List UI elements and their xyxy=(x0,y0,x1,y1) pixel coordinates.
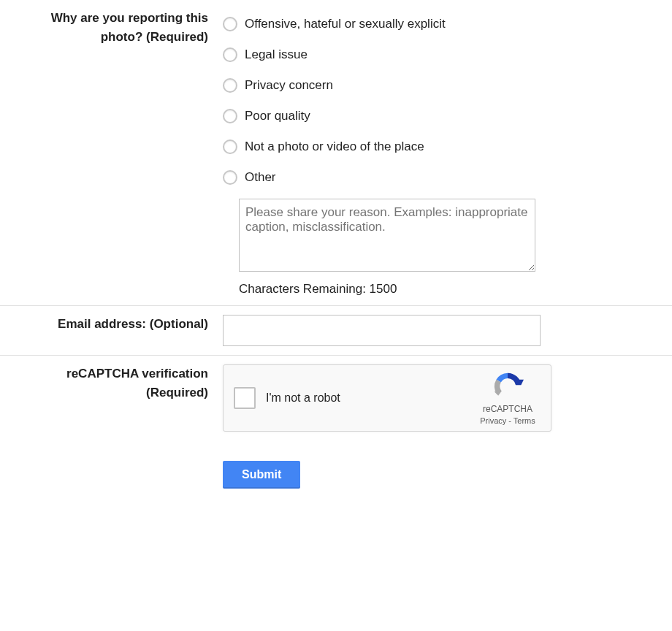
recaptcha-privacy-link[interactable]: Privacy xyxy=(480,416,506,425)
radio-other-label[interactable]: Other xyxy=(245,170,276,185)
reason-section: Why are you reporting this photo? (Requi… xyxy=(0,0,672,305)
recaptcha-label-col: reCAPTCHA verification (Required) xyxy=(0,364,223,503)
radio-row-notaphoto[interactable]: Not a photo or video of the place xyxy=(223,131,643,162)
submit-row: Submit xyxy=(223,432,643,503)
radio-notaphoto[interactable] xyxy=(223,139,237,154)
radio-row-offensive[interactable]: Offensive, hateful or sexually explicit xyxy=(223,9,643,39)
reason-input-col: Offensive, hateful or sexually explicit … xyxy=(223,9,672,297)
recaptcha-terms-link[interactable]: Terms xyxy=(513,416,535,425)
radio-notaphoto-label[interactable]: Not a photo or video of the place xyxy=(245,139,424,154)
radio-offensive-label[interactable]: Offensive, hateful or sexually explicit xyxy=(245,17,446,31)
recaptcha-label: reCAPTCHA verification (Required) xyxy=(29,364,208,402)
radio-quality-label[interactable]: Poor quality xyxy=(245,109,310,123)
radio-row-other[interactable]: Other xyxy=(223,162,643,193)
email-section: Email address: (Optional) xyxy=(0,305,672,355)
reason-label: Why are you reporting this photo? (Requi… xyxy=(29,9,208,46)
other-reason-textarea[interactable] xyxy=(239,199,535,272)
radio-privacy-label[interactable]: Privacy concern xyxy=(245,78,333,93)
submit-button[interactable]: Submit xyxy=(223,461,300,489)
email-input[interactable] xyxy=(223,315,541,346)
radio-legal-label[interactable]: Legal issue xyxy=(245,47,308,62)
recaptcha-section: reCAPTCHA verification (Required) I'm no… xyxy=(0,355,672,512)
radio-legal[interactable] xyxy=(223,47,237,62)
recaptcha-input-col: I'm not a robot reCAPTCHA Privacy - Ter xyxy=(223,364,672,503)
email-label: Email address: (Optional) xyxy=(29,315,208,334)
radio-privacy[interactable] xyxy=(223,78,237,93)
char-remaining-text: Characters Remaining: 1500 xyxy=(239,282,643,297)
radio-offensive[interactable] xyxy=(223,17,237,31)
recaptcha-checkbox-label: I'm not a robot xyxy=(266,391,340,405)
recaptcha-brand: reCAPTCHA Privacy - Terms xyxy=(475,370,541,426)
recaptcha-brand-text: reCAPTCHA xyxy=(475,404,541,416)
recaptcha-links: Privacy - Terms xyxy=(475,416,541,426)
recaptcha-checkbox[interactable] xyxy=(234,387,256,409)
radio-row-legal[interactable]: Legal issue xyxy=(223,39,643,70)
recaptcha-icon xyxy=(492,370,524,402)
radio-other[interactable] xyxy=(223,170,237,185)
svg-marker-1 xyxy=(495,391,502,395)
email-label-col: Email address: (Optional) xyxy=(0,315,223,346)
recaptcha-widget: I'm not a robot reCAPTCHA Privacy - Ter xyxy=(223,364,551,432)
email-input-col xyxy=(223,315,672,346)
reason-label-col: Why are you reporting this photo? (Requi… xyxy=(0,9,223,297)
radio-row-privacy[interactable]: Privacy concern xyxy=(223,70,643,101)
radio-quality[interactable] xyxy=(223,109,237,123)
radio-row-quality[interactable]: Poor quality xyxy=(223,101,643,131)
